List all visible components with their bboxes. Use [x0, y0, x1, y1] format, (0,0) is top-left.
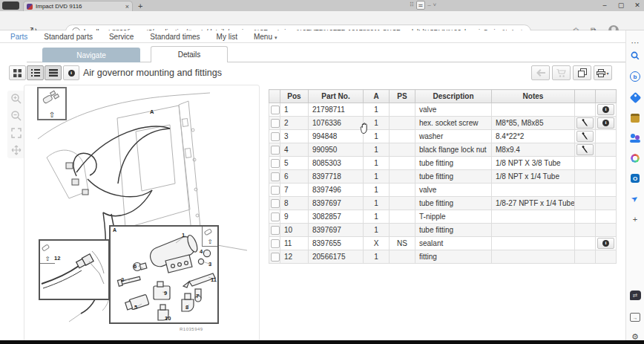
- nav-item-menu[interactable]: Menu▾: [254, 33, 277, 41]
- table-cell-pos: 3: [280, 130, 309, 143]
- cart-button[interactable]: [552, 65, 571, 80]
- table-cell-select: [269, 117, 280, 130]
- row-info-button[interactable]: i: [597, 104, 614, 115]
- search-icon[interactable]: [629, 50, 641, 62]
- table-cell-info: [596, 143, 617, 157]
- table-cell-info: [596, 184, 617, 197]
- table-cell-tool: [575, 170, 596, 184]
- nav-item-service[interactable]: Service: [109, 33, 134, 41]
- tab-navigate[interactable]: Navigate: [42, 48, 140, 62]
- table-cell-pos: 11: [280, 237, 309, 250]
- print-button[interactable]: ▾: [594, 65, 612, 80]
- table-cell-partno: 1076336: [309, 117, 364, 130]
- table-cell-ps: [390, 157, 415, 170]
- view-list-button[interactable]: [27, 65, 44, 80]
- fit-screen-icon[interactable]: [11, 128, 22, 138]
- copy-button[interactable]: [573, 65, 591, 80]
- table-row[interactable]: 883976971tube fitting1/8-27 NPTF x 1/4 T…: [269, 197, 617, 210]
- window-minimize-button[interactable]: –: [598, 0, 611, 10]
- table-row[interactable]: 783974961valve: [269, 184, 617, 197]
- open-panel-icon[interactable]: →: [629, 311, 641, 323]
- row-info-button[interactable]: i: [597, 238, 614, 249]
- table-cell-info: [596, 170, 617, 184]
- overlay-box-icon[interactable]: ⚌: [416, 1, 425, 10]
- outlook-icon[interactable]: O: [629, 172, 641, 184]
- row-checkbox[interactable]: [271, 119, 280, 128]
- row-checkbox[interactable]: [271, 199, 280, 208]
- overlay-minimize-icon[interactable]: –: [427, 1, 430, 8]
- row-checkbox[interactable]: [271, 132, 280, 141]
- row-checkbox[interactable]: [271, 146, 280, 155]
- row-checkbox[interactable]: [271, 186, 280, 195]
- table-row[interactable]: 210763361hex. socket screwM8*85, M8x85i: [269, 117, 617, 130]
- zoom-in-icon[interactable]: [11, 94, 22, 104]
- table-cell-tool: [575, 224, 596, 237]
- tab-actions-menu-icon[interactable]: [2, 1, 19, 10]
- table-cell-tool: [575, 117, 596, 130]
- print-caret-icon: ▾: [606, 71, 608, 76]
- view-grid-button[interactable]: [9, 65, 26, 80]
- table-row[interactable]: 118397655XNSsealanti: [269, 237, 617, 250]
- arrow-up-icon: ⇧: [45, 256, 50, 263]
- table-cell-partno: 8397655: [309, 237, 364, 250]
- table-cell-a: 1: [364, 143, 390, 157]
- window-close-button[interactable]: ✕: [631, 0, 644, 10]
- games-icon[interactable]: [629, 112, 641, 124]
- table-row[interactable]: 930828571T-nipple: [269, 210, 617, 224]
- row-checkbox[interactable]: [271, 253, 280, 262]
- nav-item-my-list[interactable]: My list: [217, 33, 237, 41]
- table-cell-pos: 12: [280, 250, 309, 264]
- callout-9: 9: [164, 290, 167, 296]
- teamviewer-icon[interactable]: ⇄: [629, 289, 641, 301]
- row-checkbox[interactable]: [271, 239, 280, 248]
- row-checkbox[interactable]: [271, 226, 280, 235]
- table-row[interactable]: 49909501black flange lock nutM8x9.4: [269, 143, 617, 157]
- figure-info-button[interactable]: i: [63, 65, 79, 80]
- tab-details[interactable]: Details: [151, 46, 228, 62]
- add-sidebar-icon[interactable]: +: [629, 213, 641, 225]
- tab-close-icon[interactable]: ×: [125, 3, 129, 10]
- overlay-handle-icon[interactable]: ⠿: [410, 1, 414, 8]
- back-figure-button[interactable]: [531, 65, 550, 80]
- table-row[interactable]: 683977181tube fitting1/8 NPT x 1/4 Tube: [269, 170, 617, 184]
- table-row[interactable]: 12205661751fitting: [269, 250, 617, 264]
- zoom-out-icon[interactable]: [11, 111, 22, 121]
- new-tab-button[interactable]: +: [138, 1, 142, 10]
- browser-tab[interactable]: Impact DVD 9116 ×: [23, 1, 133, 11]
- tool-button[interactable]: [576, 144, 594, 155]
- designer-icon[interactable]: [629, 152, 641, 164]
- tool-button[interactable]: [576, 117, 594, 129]
- inset-a-label: A: [113, 227, 116, 233]
- nav-item-standard-parts[interactable]: Standard parts: [44, 33, 93, 41]
- parts-table: PosPart No.APSDescriptionNotes 121798711…: [269, 89, 617, 264]
- table-cell-description: tube fitting: [415, 197, 492, 210]
- bing-chat-icon[interactable]: b: [629, 71, 641, 82]
- row-info-button[interactable]: i: [597, 117, 614, 129]
- row-checkbox[interactable]: [271, 106, 280, 114]
- table-row[interactable]: 580853031tube fitting1/8 NPT X 3/8 Tube: [269, 157, 617, 170]
- table-cell-select: [269, 130, 280, 143]
- table-cell-ps: [390, 250, 415, 264]
- shopping-icon[interactable]: [629, 91, 641, 103]
- overview-thumbnail[interactable]: ⇧: [37, 87, 67, 120]
- view-rows-button[interactable]: [45, 65, 62, 80]
- nav-item-parts[interactable]: Parts: [10, 33, 27, 41]
- nav-item-standard-times[interactable]: Standard times: [150, 33, 200, 41]
- more-options-icon[interactable]: ⋯: [629, 36, 641, 48]
- table-row[interactable]: 1083976971tube fitting: [269, 224, 617, 237]
- row-checkbox[interactable]: [271, 212, 280, 221]
- tool-button[interactable]: [576, 131, 594, 142]
- window-maximize-button[interactable]: ▢: [614, 0, 628, 10]
- table-cell-ps: [390, 117, 415, 130]
- pan-icon[interactable]: [11, 145, 22, 155]
- table-cell-a: 1: [364, 197, 390, 210]
- row-checkbox[interactable]: [271, 172, 280, 181]
- table-row[interactable]: 1217987111valvei: [269, 103, 617, 117]
- table-row[interactable]: 39948481washer8.4*22*2: [269, 130, 617, 143]
- people-icon[interactable]: [629, 132, 641, 144]
- overlay-chevron-icon[interactable]: ˅: [433, 1, 437, 8]
- send-icon[interactable]: ➤: [629, 192, 641, 204]
- table-cell-description: sealant: [415, 237, 492, 250]
- callout-3: 3: [208, 261, 211, 267]
- row-checkbox[interactable]: [271, 159, 280, 168]
